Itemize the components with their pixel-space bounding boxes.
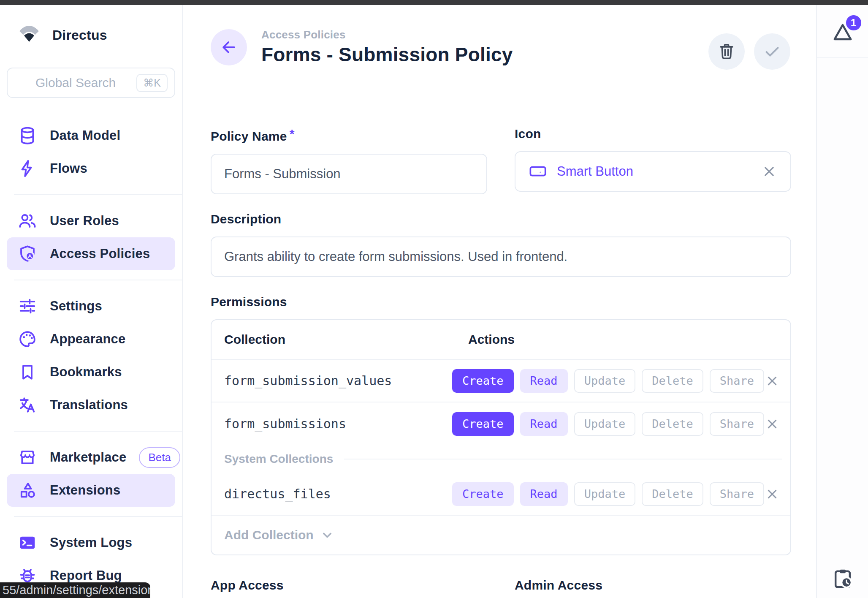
sidebar-item-label: Data Model: [50, 128, 120, 143]
action-chip-share[interactable]: Share: [710, 412, 764, 436]
notification-count-badge: 1: [844, 14, 863, 32]
system-collections-divider: System Collections: [212, 445, 790, 473]
collection-name: form_submissions: [224, 416, 452, 431]
remove-row-icon[interactable]: [764, 486, 780, 502]
sidebar: Directus Global Search ⌘K Data Model Flo…: [0, 5, 183, 598]
sidebar-item-translations[interactable]: Translations: [7, 389, 175, 421]
sidebar-item-appearance[interactable]: Appearance: [7, 323, 175, 356]
brand[interactable]: Directus: [0, 5, 182, 47]
actions-column-header: Actions: [468, 332, 515, 347]
action-chip-create[interactable]: Create: [452, 412, 514, 436]
permission-row: form_submissions Create Read Update Dele…: [212, 402, 790, 445]
bolt-icon: [18, 159, 37, 178]
action-chip-create[interactable]: Create: [452, 482, 514, 506]
sidebar-item-label: Extensions: [50, 483, 120, 498]
icon-select[interactable]: Smart Button: [515, 151, 791, 192]
browser-chrome-bar: [0, 0, 868, 5]
icon-label: Icon: [515, 127, 791, 141]
palette-icon: [18, 329, 37, 349]
sidebar-item-bookmarks[interactable]: Bookmarks: [7, 356, 175, 389]
sidebar-item-label: System Logs: [50, 535, 132, 550]
tune-icon: [18, 296, 37, 316]
action-chip-delete[interactable]: Delete: [642, 482, 703, 506]
admin-access-group: Admin Access Enabled: [515, 578, 791, 598]
users-icon: [18, 211, 37, 231]
icon-group: Icon Smart Button: [515, 127, 791, 194]
required-asterisk: *: [290, 127, 295, 141]
permissions-group: Permissions Collection Actions form_subm…: [211, 295, 791, 555]
permissions-table-header: Collection Actions: [212, 320, 790, 360]
sidebar-item-flows[interactable]: Flows: [7, 152, 175, 185]
shapes-icon: [18, 481, 37, 500]
action-chip-read[interactable]: Read: [520, 482, 568, 506]
pending-actions-button[interactable]: [817, 567, 868, 590]
search-shortcut-badge: ⌘K: [136, 74, 168, 92]
sidebar-item-settings[interactable]: Settings: [7, 290, 175, 323]
policy-form: Policy Name* Forms - Submission Icon Sma…: [211, 127, 791, 598]
sidebar-item-access-policies[interactable]: Access Policies: [7, 237, 175, 270]
action-chip-read[interactable]: Read: [520, 412, 568, 436]
action-chip-read[interactable]: Read: [520, 369, 568, 393]
arrow-left-icon: [220, 38, 238, 57]
beta-badge: Beta: [139, 447, 180, 468]
description-group: Description Grants ability to create for…: [211, 212, 791, 277]
url-status-tooltip: 55/admin/settings/extensions: [0, 582, 150, 598]
action-chip-share[interactable]: Share: [710, 482, 764, 506]
sidebar-item-label: Bookmarks: [50, 364, 122, 380]
collection-column-header: Collection: [224, 332, 468, 347]
action-chip-delete[interactable]: Delete: [642, 369, 703, 393]
action-chip-update[interactable]: Update: [574, 369, 636, 393]
brand-name: Directus: [52, 27, 107, 43]
admin-access-label: Admin Access: [515, 578, 791, 593]
action-chip-share[interactable]: Share: [710, 369, 764, 393]
policy-name-input[interactable]: Forms - Submission: [211, 154, 487, 194]
remove-row-icon[interactable]: [764, 416, 780, 432]
sidebar-item-label: Translations: [50, 397, 128, 413]
save-button[interactable]: [754, 33, 790, 70]
search-placeholder: Global Search: [35, 76, 116, 90]
sidebar-item-system-logs[interactable]: System Logs: [7, 526, 175, 559]
title-block: Access Policies Forms - Submission Polic…: [261, 28, 513, 66]
remove-row-icon[interactable]: [764, 373, 780, 389]
header-actions: [708, 33, 790, 70]
description-input[interactable]: Grants ability to create form submission…: [211, 236, 791, 277]
main-content: Access Policies Forms - Submission Polic…: [184, 5, 816, 598]
clear-icon-button[interactable]: [761, 163, 778, 180]
sidebar-item-label: Access Policies: [50, 246, 150, 261]
sidebar-divider: [14, 431, 182, 432]
collection-name: form_submission_values: [224, 373, 452, 388]
system-collections-label: System Collections: [224, 452, 333, 466]
sidebar-item-label: User Roles: [50, 213, 119, 228]
app-access-group: App Access Enabled: [211, 578, 487, 598]
sidebar-divider: [14, 194, 182, 195]
policy-name-group: Policy Name* Forms - Submission: [211, 127, 487, 194]
directus-logo-icon: [17, 23, 41, 47]
add-collection-button[interactable]: Add Collection: [212, 516, 790, 555]
add-collection-label: Add Collection: [224, 528, 314, 542]
action-chip-create[interactable]: Create: [452, 369, 514, 393]
sidebar-item-user-roles[interactable]: User Roles: [7, 204, 175, 237]
action-chip-update[interactable]: Update: [574, 482, 636, 506]
sidebar-item-label: Settings: [50, 299, 102, 314]
delete-button[interactable]: [708, 33, 745, 70]
global-search-input[interactable]: Global Search ⌘K: [7, 68, 175, 98]
bookmark-icon: [18, 362, 37, 382]
permission-row: form_submission_values Create Read Updat…: [212, 360, 790, 402]
trash-icon: [717, 42, 736, 61]
terminal-icon: [18, 533, 37, 552]
action-chip-update[interactable]: Update: [574, 412, 636, 436]
smart-button-icon: [528, 162, 548, 181]
sidebar-item-marketplace[interactable]: Marketplace Beta: [7, 441, 175, 474]
shield-person-icon: [18, 244, 37, 264]
action-chip-delete[interactable]: Delete: [642, 412, 703, 436]
sidebar-item-data-model[interactable]: Data Model: [7, 119, 175, 152]
permissions-label: Permissions: [211, 295, 791, 309]
policy-name-label: Policy Name*: [211, 127, 487, 144]
divider-line: [344, 459, 782, 459]
rail-divider: [817, 57, 868, 58]
page-title: Forms - Submission Policy: [261, 43, 513, 66]
notifications-button[interactable]: 1: [831, 20, 854, 44]
back-button[interactable]: [211, 29, 247, 65]
app-access-label: App Access: [211, 578, 487, 593]
sidebar-item-extensions[interactable]: Extensions: [7, 474, 175, 507]
